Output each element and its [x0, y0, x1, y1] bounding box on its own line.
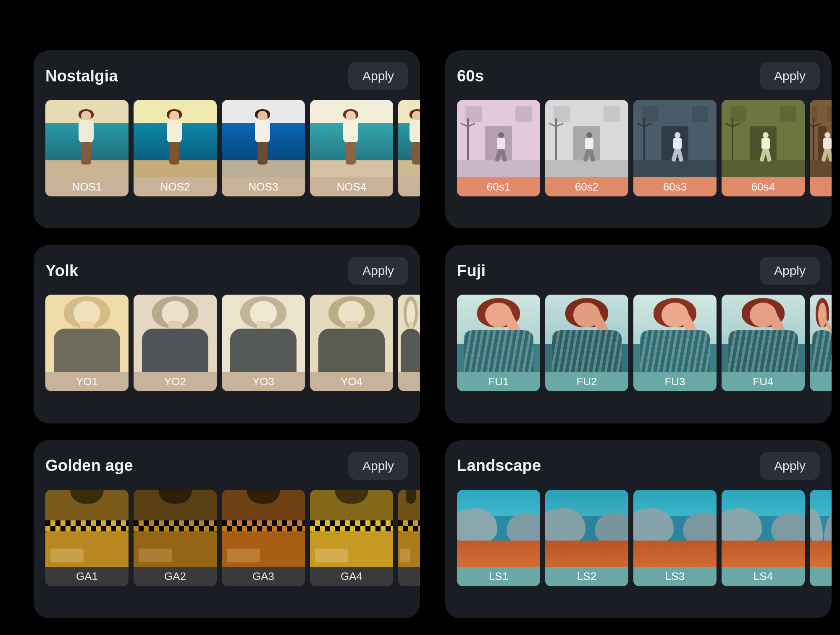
filter-thumb-label: LS1 — [457, 567, 540, 586]
filter-preview — [222, 295, 305, 372]
filter-thumb-label: FU3 — [633, 372, 717, 391]
filter-thumb-label: FU4 — [722, 372, 805, 391]
pack-title: Landscape — [457, 457, 541, 475]
filter-thumb-label — [398, 567, 420, 586]
filter-thumb-row: GA1 GA2 GA3 GA4 — [45, 490, 420, 586]
filter-pack-sixties: 60sApply 60s1 60s2 60s3 60s4 — [445, 50, 832, 228]
pack-header: Golden ageApply — [45, 452, 420, 480]
filter-thumb-label: YO1 — [45, 372, 129, 391]
filter-thumb-label: LS4 — [722, 567, 805, 586]
pack-title: Fuji — [457, 262, 486, 280]
filter-packs-grid: NostalgiaApply NOS1 NOS2 NOS3 NOS4 60sAp… — [0, 0, 840, 635]
pack-title: Nostalgia — [45, 67, 118, 85]
filter-thumb[interactable]: GA2 — [134, 490, 217, 586]
filter-thumb[interactable]: FU4 — [722, 295, 805, 391]
apply-button[interactable]: Apply — [760, 452, 820, 480]
filter-thumb-label: FU1 — [457, 372, 540, 391]
filter-thumb-label: GA1 — [45, 567, 129, 586]
filter-preview — [45, 295, 129, 372]
apply-button[interactable]: Apply — [760, 62, 820, 90]
filter-thumb[interactable]: 60s3 — [633, 100, 717, 196]
pack-header: 60sApply — [457, 62, 832, 90]
filter-thumb[interactable]: FU3 — [633, 295, 717, 391]
filter-thumb[interactable]: GA3 — [222, 490, 305, 586]
filter-thumb-label — [398, 177, 420, 196]
filter-preview — [810, 490, 832, 567]
filter-thumb-row: 60s1 60s2 60s3 60s4 — [457, 100, 832, 196]
filter-thumb-label: YO3 — [222, 372, 305, 391]
filter-preview — [310, 295, 393, 372]
filter-thumb-label: GA4 — [310, 567, 393, 586]
filter-preview — [310, 490, 393, 567]
filter-preview — [398, 295, 420, 372]
filter-preview — [722, 100, 805, 177]
filter-thumb[interactable] — [810, 100, 832, 196]
filter-preview — [545, 100, 628, 177]
filter-thumb[interactable]: GA1 — [45, 490, 129, 586]
filter-thumb-label — [398, 372, 420, 391]
filter-preview — [134, 295, 217, 372]
filter-preview — [633, 490, 717, 567]
apply-button[interactable]: Apply — [348, 62, 408, 90]
filter-preview — [134, 100, 217, 177]
filter-thumb[interactable]: YO3 — [222, 295, 305, 391]
filter-thumb[interactable]: YO1 — [45, 295, 129, 391]
filter-preview — [310, 100, 393, 177]
filter-thumb[interactable]: GA4 — [310, 490, 393, 586]
filter-pack-fuji: FujiApply FU1 FU2 FU3 FU4 — [445, 245, 832, 423]
filter-thumb[interactable] — [810, 295, 832, 391]
filter-preview — [45, 490, 129, 567]
pack-header: YolkApply — [45, 257, 420, 285]
filter-preview — [810, 295, 832, 372]
filter-preview — [222, 100, 305, 177]
filter-thumb-row: LS1 LS2 LS3 LS4 — [457, 490, 832, 586]
filter-thumb[interactable] — [398, 295, 420, 391]
filter-thumb[interactable]: LS3 — [633, 490, 717, 586]
filter-thumb-label: NOS3 — [222, 177, 305, 196]
pack-title: 60s — [457, 67, 484, 85]
apply-button[interactable]: Apply — [348, 257, 408, 285]
pack-title: Golden age — [45, 457, 133, 475]
filter-thumb[interactable]: LS2 — [545, 490, 628, 586]
filter-thumb[interactable]: LS4 — [722, 490, 805, 586]
filter-thumb-label: LS2 — [545, 567, 628, 586]
filter-preview — [398, 490, 420, 567]
filter-preview — [810, 100, 832, 177]
filter-preview — [457, 490, 540, 567]
filter-thumb-label: GA2 — [134, 567, 217, 586]
filter-thumb[interactable] — [398, 100, 420, 196]
filter-preview — [222, 490, 305, 567]
filter-thumb-row: YO1 YO2 YO3 YO4 — [45, 295, 420, 391]
filter-thumb[interactable] — [398, 490, 420, 586]
filter-thumb[interactable]: NOS4 — [310, 100, 393, 196]
filter-thumb-label — [810, 177, 832, 196]
filter-thumb-label: GA3 — [222, 567, 305, 586]
pack-title: Yolk — [45, 262, 78, 280]
filter-thumb-label: YO2 — [134, 372, 217, 391]
filter-thumb[interactable]: 60s1 — [457, 100, 540, 196]
filter-preview — [457, 295, 540, 372]
filter-thumb[interactable]: NOS2 — [134, 100, 217, 196]
pack-header: NostalgiaApply — [45, 62, 420, 90]
filter-preview — [45, 100, 129, 177]
filter-thumb[interactable]: NOS1 — [45, 100, 129, 196]
filter-thumb-label: 60s2 — [545, 177, 628, 196]
filter-thumb[interactable]: 60s4 — [722, 100, 805, 196]
filter-thumb[interactable]: FU2 — [545, 295, 628, 391]
filter-thumb[interactable]: YO4 — [310, 295, 393, 391]
filter-thumb[interactable]: NOS3 — [222, 100, 305, 196]
filter-thumb-label: 60s4 — [722, 177, 805, 196]
filter-pack-yolk: YolkApply YO1 YO2 YO3 YO4 — [34, 245, 420, 423]
apply-button[interactable]: Apply — [760, 257, 820, 285]
filter-preview — [633, 295, 717, 372]
filter-thumb[interactable]: YO2 — [134, 295, 217, 391]
filter-thumb[interactable]: FU1 — [457, 295, 540, 391]
apply-button[interactable]: Apply — [348, 452, 408, 480]
filter-thumb[interactable]: LS1 — [457, 490, 540, 586]
filter-thumb-label: NOS1 — [45, 177, 129, 196]
filter-thumb[interactable] — [810, 490, 832, 586]
filter-preview — [457, 100, 540, 177]
filter-preview — [398, 100, 420, 177]
filter-thumb[interactable]: 60s2 — [545, 100, 628, 196]
filter-preview — [134, 490, 217, 567]
